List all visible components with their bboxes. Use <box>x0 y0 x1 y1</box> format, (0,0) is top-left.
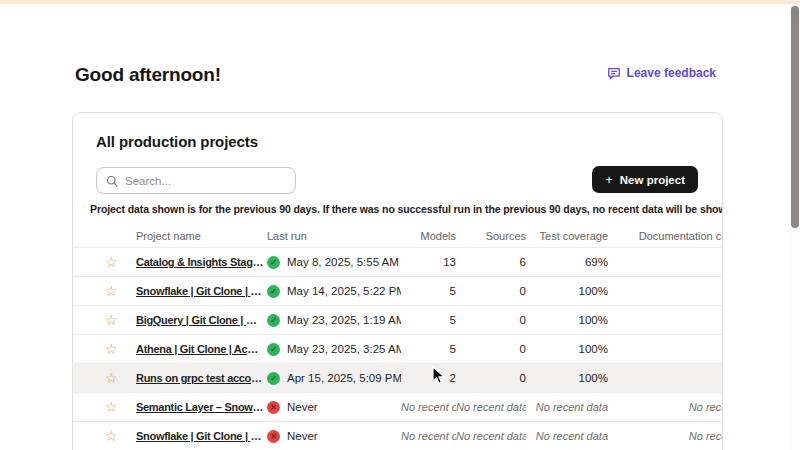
favorite-star-icon[interactable]: ☆ <box>105 255 118 269</box>
test-coverage-cell: 69% <box>526 256 608 268</box>
last-run-text: Never <box>287 401 318 413</box>
sources-cell: 0 <box>456 372 526 384</box>
project-name-cell: BigQuery | Git Clone | User... <box>136 314 267 326</box>
project-name-link[interactable]: Athena | Git Clone | Acces... <box>136 343 264 355</box>
run-status-icon: ✓ <box>267 285 280 298</box>
page-scrollbar-track <box>790 0 800 450</box>
test-coverage-cell: 100% <box>526 314 608 326</box>
sources-header: Sources <box>456 230 526 242</box>
leave-feedback-link[interactable]: Leave feedback <box>607 66 716 80</box>
search-input[interactable] <box>125 175 286 187</box>
top-accent-bar <box>0 0 800 4</box>
sources-cell: 0 <box>456 343 526 355</box>
favorite-star-icon[interactable]: ☆ <box>105 284 118 298</box>
page-scrollbar-thumb[interactable] <box>791 6 799 228</box>
feedback-speech-bubble-icon <box>607 66 621 80</box>
dashboard-screen: Good afternoon! Leave feedback All produ… <box>0 0 800 450</box>
test-coverage-cell: No recent data <box>526 401 608 413</box>
table-row[interactable]: ☆ Athena | Git Clone | Acces... ✓ May 23… <box>73 335 723 364</box>
run-status-icon: ✓ <box>267 343 280 356</box>
search-icon <box>106 175 118 187</box>
favorite-cell: ☆ <box>89 400 136 414</box>
favorite-star-icon[interactable]: ☆ <box>105 313 118 327</box>
last-run-cell: ✓ May 23, 2025, 3:25 AM BST <box>267 343 401 356</box>
last-run-text: May 23, 2025, 1:19 AM BST <box>287 314 401 326</box>
project-name-cell: Semantic Layer – Snowflake <box>136 401 267 413</box>
favorite-star-icon[interactable]: ☆ <box>105 371 118 385</box>
project-name-cell: Snowflake | Git Clone | Key... <box>136 430 267 442</box>
table-header-row: Project name Last run Models Sources Tes… <box>73 225 723 248</box>
project-name-link[interactable]: Snowflake | Git Clone | Use... <box>136 285 264 297</box>
last-run-cell: ✕ Never <box>267 430 401 443</box>
last-run-text: May 14, 2025, 5:22 PM BST <box>287 285 401 297</box>
last-run-text: May 8, 2025, 5:55 AM BST <box>287 256 401 268</box>
sources-cell: No recent data <box>456 430 526 442</box>
documentation-coverage-cell: No recent data <box>608 430 723 442</box>
new-project-button[interactable]: + New project <box>592 166 698 193</box>
documentation-coverage-header: Documentation coverage <box>608 230 723 242</box>
models-header: Models <box>401 230 456 242</box>
table-row[interactable]: ☆ Catalog & Insights Staging... ✓ May 8,… <box>73 248 723 277</box>
models-cell: 5 <box>401 285 456 297</box>
favorite-cell: ☆ <box>89 342 136 356</box>
new-project-label: New project <box>620 174 685 186</box>
last-run-cell: ✓ May 14, 2025, 5:22 PM BST <box>267 285 401 298</box>
last-run-cell: ✕ Never <box>267 401 401 414</box>
models-cell: 5 <box>401 314 456 326</box>
leave-feedback-label: Leave feedback <box>627 66 716 80</box>
project-name-link[interactable]: Semantic Layer – Snowflake <box>136 401 264 413</box>
table-row[interactable]: ☆ Snowflake | Git Clone | Key... ✕ Never… <box>73 422 723 450</box>
table-row[interactable]: ☆ Runs on grpc test account ✓ Apr 15, 20… <box>73 364 723 393</box>
project-name-link[interactable]: Runs on grpc test account <box>136 372 264 384</box>
favorite-cell: ☆ <box>89 255 136 269</box>
table-row[interactable]: ☆ BigQuery | Git Clone | User... ✓ May 2… <box>73 306 723 335</box>
last-run-cell: ✓ May 23, 2025, 1:19 AM BST <box>267 314 401 327</box>
project-name-link[interactable]: Snowflake | Git Clone | Key... <box>136 430 264 442</box>
run-status-icon: ✓ <box>267 256 280 269</box>
sources-cell: 0 <box>456 314 526 326</box>
project-name-cell: Runs on grpc test account <box>136 372 267 384</box>
panel-title: All production projects <box>96 133 258 150</box>
last-run-header: Last run <box>267 230 401 242</box>
run-status-icon: ✕ <box>267 430 280 443</box>
page-title: Good afternoon! <box>75 63 221 87</box>
favorite-star-icon[interactable]: ☆ <box>105 400 118 414</box>
test-coverage-cell: No recent data <box>526 430 608 442</box>
sources-cell: No recent data <box>456 401 526 413</box>
run-status-icon: ✓ <box>267 314 280 327</box>
projects-table: Project name Last run Models Sources Tes… <box>73 225 723 450</box>
favorite-star-icon[interactable]: ☆ <box>105 342 118 356</box>
run-status-icon: ✕ <box>267 401 280 414</box>
models-cell: 13 <box>401 256 456 268</box>
models-cell: No recent data <box>401 430 456 442</box>
project-name-header: Project name <box>136 230 267 242</box>
models-cell: No recent data <box>401 401 456 413</box>
favorite-cell: ☆ <box>89 429 136 443</box>
last-run-cell: ✓ May 8, 2025, 5:55 AM BST <box>267 256 401 269</box>
test-coverage-cell: 100% <box>526 285 608 297</box>
test-coverage-cell: 100% <box>526 343 608 355</box>
table-body: ☆ Catalog & Insights Staging... ✓ May 8,… <box>73 248 723 450</box>
last-run-cell: ✓ Apr 15, 2025, 5:09 PM BST <box>267 372 401 385</box>
project-name-cell: Snowflake | Git Clone | Use... <box>136 285 267 297</box>
project-name-link[interactable]: Catalog & Insights Staging... <box>136 256 264 268</box>
table-row[interactable]: ☆ Snowflake | Git Clone | Use... ✓ May 1… <box>73 277 723 306</box>
project-name-cell: Athena | Git Clone | Acces... <box>136 343 267 355</box>
sources-cell: 0 <box>456 285 526 297</box>
sources-cell: 6 <box>456 256 526 268</box>
last-run-text: Never <box>287 430 318 442</box>
favorite-cell: ☆ <box>89 313 136 327</box>
models-cell: 2 <box>401 372 456 384</box>
project-name-link[interactable]: BigQuery | Git Clone | User... <box>136 314 264 326</box>
favorite-star-icon[interactable]: ☆ <box>105 429 118 443</box>
projects-panel: All production projects + New project Pr… <box>72 112 723 450</box>
models-cell: 5 <box>401 343 456 355</box>
favorite-cell: ☆ <box>89 371 136 385</box>
favorite-cell: ☆ <box>89 284 136 298</box>
documentation-coverage-cell: No recent data <box>608 401 723 413</box>
table-row[interactable]: ☆ Semantic Layer – Snowflake ✕ Never No … <box>73 393 723 422</box>
project-name-cell: Catalog & Insights Staging... <box>136 256 267 268</box>
run-status-icon: ✓ <box>267 372 280 385</box>
last-run-text: Apr 15, 2025, 5:09 PM BST <box>287 372 401 384</box>
search-box <box>96 167 296 194</box>
